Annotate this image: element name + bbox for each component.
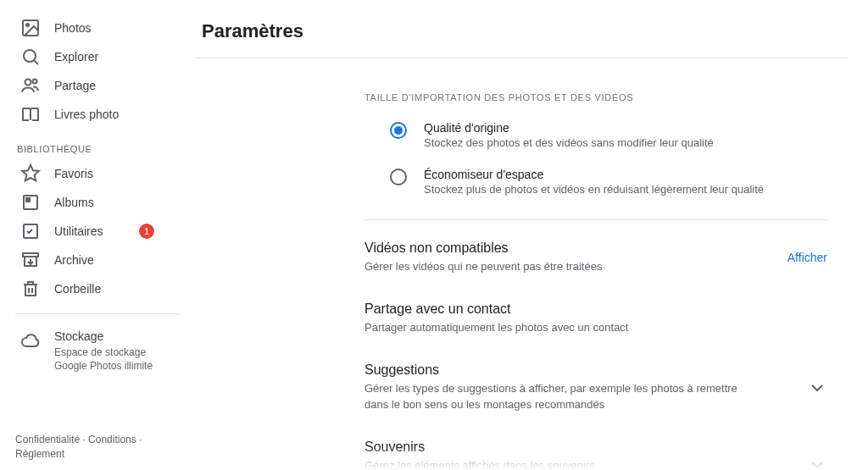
setting-memories[interactable]: Souvenirs Gérez les éléments affichés da… bbox=[364, 436, 827, 470]
sidebar-item-photobooks[interactable]: Livres photo bbox=[0, 100, 195, 129]
book-icon bbox=[20, 104, 41, 124]
radio-title: Qualité d'origine bbox=[424, 121, 714, 135]
nav-library: Favoris Albums Utilitaires 1 Archive bbox=[0, 159, 195, 303]
show-button[interactable]: Afficher bbox=[787, 241, 827, 264]
setting-desc: Gérer les vidéos qui ne peuvent pas être… bbox=[364, 259, 602, 274]
svg-point-4 bbox=[33, 80, 37, 84]
nav-label: Partage bbox=[54, 79, 96, 92]
nav-label: Utilitaires bbox=[54, 224, 103, 238]
nav-label: Favoris bbox=[54, 167, 93, 180]
footer-privacy-link[interactable]: Confidentialité bbox=[15, 434, 80, 445]
photo-icon bbox=[20, 18, 41, 38]
sidebar-footer: Confidentialité · Conditions · Règlement bbox=[15, 433, 142, 462]
setting-desc: Gérer les types de suggestions à affiche… bbox=[364, 381, 763, 412]
sidebar-divider bbox=[15, 313, 180, 314]
radio-storage-saver[interactable]: Économiseur d'espace Stockez plus de pho… bbox=[364, 168, 827, 196]
setting-title: Souvenirs bbox=[364, 440, 594, 455]
sidebar-item-favorites[interactable]: Favoris bbox=[0, 159, 195, 188]
library-heading: BIBLIOTHÈQUE bbox=[0, 129, 195, 159]
people-icon bbox=[20, 75, 41, 96]
cloud-icon bbox=[20, 331, 41, 351]
search-icon bbox=[20, 47, 41, 67]
setting-title: Suggestions bbox=[364, 362, 763, 378]
nav-label: Explorer bbox=[54, 50, 98, 64]
storage-line2: Google Photos illimité bbox=[54, 360, 153, 373]
sidebar-item-storage[interactable]: Stockage Espace de stockage Google Photo… bbox=[0, 329, 195, 373]
trash-icon bbox=[20, 279, 41, 299]
sidebar-item-photos[interactable]: Photos bbox=[0, 14, 195, 42]
setting-unsupported-videos[interactable]: Vidéos non compatibles Gérer les vidéos … bbox=[364, 237, 827, 298]
svg-point-1 bbox=[26, 24, 29, 26]
sidebar-item-explore[interactable]: Explorer bbox=[0, 42, 195, 71]
setting-title: Partage avec un contact bbox=[364, 301, 628, 317]
sidebar-item-trash[interactable]: Corbeille bbox=[0, 274, 195, 303]
radio-title: Économiseur d'espace bbox=[424, 168, 764, 181]
sidebar-item-albums[interactable]: Albums bbox=[0, 188, 195, 217]
utilities-icon bbox=[20, 221, 41, 241]
radio-desc: Stockez des photos et des vidéos sans mo… bbox=[424, 136, 714, 149]
chevron-down-icon bbox=[807, 362, 827, 401]
sidebar-item-sharing[interactable]: Partage bbox=[0, 71, 195, 100]
svg-rect-8 bbox=[23, 253, 38, 257]
svg-rect-6 bbox=[26, 198, 30, 202]
settings-content: TAILLE D'IMPORTATION DES PHOTOS ET DES V… bbox=[195, 58, 868, 470]
upload-size-heading: TAILLE D'IMPORTATION DES PHOTOS ET DES V… bbox=[364, 92, 827, 102]
storage-title: Stockage bbox=[54, 329, 153, 343]
radio-desc: Stockez plus de photos et vidéos en rédu… bbox=[424, 183, 764, 196]
setting-desc: Partager automatiquement les photos avec… bbox=[364, 320, 628, 335]
page-title: Paramètres bbox=[195, 0, 848, 58]
archive-icon bbox=[20, 250, 41, 270]
radio-original-quality[interactable]: Qualité d'origine Stockez des photos et … bbox=[364, 121, 827, 149]
setting-partner-sharing[interactable]: Partage avec un contact Partager automat… bbox=[364, 298, 827, 359]
nav-label: Livres photo bbox=[54, 108, 119, 121]
nav-label: Photos bbox=[54, 21, 92, 35]
svg-point-3 bbox=[25, 80, 31, 86]
nav-label: Archive bbox=[54, 253, 94, 267]
nav-label: Corbeille bbox=[54, 282, 101, 296]
setting-title: Vidéos non compatibles bbox=[364, 241, 602, 256]
footer-terms-link[interactable]: Conditions bbox=[88, 434, 136, 445]
star-icon bbox=[20, 163, 41, 184]
setting-suggestions[interactable]: Suggestions Gérer les types de suggestio… bbox=[364, 359, 827, 435]
setting-desc: Gérez les éléments affichés dans les sou… bbox=[364, 458, 594, 470]
chevron-down-icon bbox=[807, 440, 827, 470]
album-icon bbox=[20, 192, 41, 213]
nav-label: Albums bbox=[54, 196, 94, 209]
sidebar-item-utilities[interactable]: Utilitaires 1 bbox=[0, 217, 195, 246]
sidebar-item-archive[interactable]: Archive bbox=[0, 246, 195, 274]
storage-line1: Espace de stockage bbox=[54, 346, 153, 360]
radio-input-unselected[interactable] bbox=[390, 169, 407, 185]
divider bbox=[364, 219, 827, 220]
nav-primary: Photos Explorer Partage Livres photo bbox=[0, 14, 195, 129]
notification-badge: 1 bbox=[139, 224, 154, 239]
sidebar: Photos Explorer Partage Livres photo bbox=[0, 0, 195, 470]
main-content: Paramètres TAILLE D'IMPORTATION DES PHOT… bbox=[195, 0, 868, 470]
radio-input-selected[interactable] bbox=[390, 122, 407, 139]
svg-point-2 bbox=[24, 50, 36, 62]
footer-policy-link[interactable]: Règlement bbox=[15, 448, 64, 460]
